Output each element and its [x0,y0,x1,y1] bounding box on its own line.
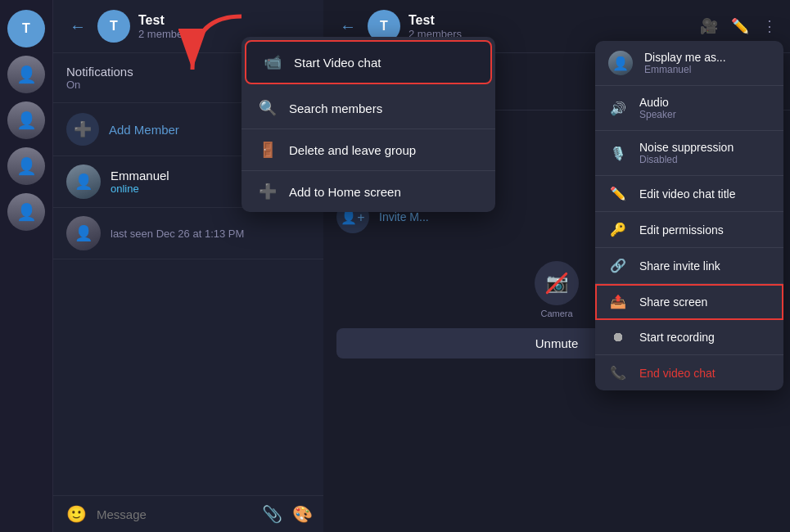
rdi-audio-sub: Speaker [639,109,770,120]
attach-icon[interactable]: 📎 [262,504,282,524]
rdi-edit-title-icon: ✏️ [608,186,628,201]
rdi-avatar: 👤 [608,51,633,75]
dropdown-start-video[interactable]: 📹 Start Video chat [245,40,492,84]
rdi-share-invite-label: Share invite link [639,259,770,273]
group-title: Test [138,13,310,28]
chat-avatar-1[interactable]: T [7,10,45,47]
chat-list-panel: T 👤 👤 👤 👤 [0,0,53,532]
rdi-share-screen-icon: 📤 [608,294,628,309]
right-header-icons: 🎥 ✏️ ⋮ [700,17,777,35]
header-info: Test 2 members [138,13,310,40]
rdi-edit-perms-label: Edit permissions [639,223,770,237]
emoji-icon[interactable]: 🙂 [66,504,87,524]
more-options-btn[interactable]: ⋮ [762,17,777,35]
search-members-icon: 🔍 [258,99,278,117]
sticker-icon[interactable]: 🎨 [292,504,313,524]
delete-leave-icon: 🚪 [258,141,278,159]
right-group-title: Test [409,13,546,28]
rdi-audio-title: Audio [639,96,770,109]
rdi-noise-info: Noise suppression Disabled [639,141,770,165]
rdi-share-screen[interactable]: 📤 Share screen [595,284,783,320]
search-members-label: Search members [289,101,382,115]
rdi-end-video-label: End video chat [639,367,770,380]
rdi-audio[interactable]: 🔊 Audio Speaker [595,86,783,131]
rdi-start-recording-icon: ⏺ [608,330,628,345]
group-avatar: T [97,10,130,43]
invite-text: Invite M... [379,210,429,223]
chat-avatar-5[interactable]: 👤 [7,193,45,231]
rdi-start-recording[interactable]: ⏺ Start recording [595,320,783,355]
right-dropdown-menu: 👤 Display me as... Emmanuel 🔊 Audio Spea… [595,41,783,390]
rdi-noise-sub: Disabled [639,154,770,165]
dropdown-menu: 📹 Start Video chat 🔍 Search members 🚪 De… [242,37,495,212]
rdi-noise-title: Noise suppression [639,141,770,154]
camera-label: Camera [540,309,572,318]
rdi-edit-title[interactable]: ✏️ Edit video chat title [595,176,783,212]
start-video-label: Start Video chat [294,56,381,70]
dropdown-search-members[interactable]: 🔍 Search members [242,88,495,129]
message-bar: 🙂 📎 🎨 [53,495,323,532]
camera-circle: 📷 [535,261,579,305]
dropdown-delete-leave[interactable]: 🚪 Delete and leave group [242,129,495,171]
add-home-label: Add to Home screen [289,185,401,199]
rdi-share-invite-info: Share invite link [639,259,770,273]
rdi-noise[interactable]: 🎙️ Noise suppression Disabled [595,131,783,176]
rdi-end-video[interactable]: 📞 End video chat [595,355,783,390]
rdi-display-info: Display me as... Emmanuel [644,51,770,75]
message-input[interactable] [97,507,252,521]
right-header-info: Test 2 members [409,13,546,40]
rdi-edit-perms[interactable]: 🔑 Edit permissions [595,212,783,248]
rdi-edit-title-info: Edit video chat title [639,187,770,201]
video-icon-btn[interactable]: 🎥 [700,17,718,35]
member-avatar-1: 👤 [66,165,101,199]
dropdown-add-home[interactable]: ➕ Add to Home screen [242,171,495,212]
rdi-share-invite-icon: 🔗 [608,258,628,273]
rdi-share-screen-info: Share screen [639,295,770,309]
rdi-end-video-info: End video chat [639,367,770,380]
chat-avatar-3[interactable]: 👤 [7,101,45,139]
chat-avatar-4[interactable]: 👤 [7,147,45,185]
rdi-audio-info: Audio Speaker [639,96,770,120]
rdi-display-sub: Emmanuel [644,64,770,75]
member-row-2[interactable]: 👤 last seen Dec 26 at 1:13 PM [53,208,323,259]
rdi-audio-icon: 🔊 [608,101,628,116]
add-member-icon: ➕ [66,113,99,146]
edit-icon-btn[interactable]: ✏️ [731,17,749,35]
rdi-share-invite[interactable]: 🔗 Share invite link [595,248,783,284]
camera-control[interactable]: 📷 Camera [535,261,579,318]
add-home-icon: ➕ [258,183,278,201]
rdi-end-video-icon: 📞 [608,365,628,381]
rdi-noise-icon: 🎙️ [608,146,628,161]
rdi-share-screen-label: Share screen [639,295,770,309]
rdi-edit-perms-info: Edit permissions [639,223,770,237]
delete-leave-label: Delete and leave group [289,143,416,157]
member-avatar-2: 👤 [66,216,101,250]
rdi-display-title: Display me as... [644,51,770,64]
chat-avatar-2[interactable]: 👤 [7,56,45,93]
rdi-start-recording-label: Start recording [639,331,770,344]
rdi-edit-perms-icon: 🔑 [608,222,628,237]
rdi-start-recording-info: Start recording [639,331,770,344]
rdi-edit-title-label: Edit video chat title [639,187,770,201]
start-video-icon: 📹 [263,53,282,71]
member-status-2: last seen Dec 26 at 1:13 PM [111,228,310,240]
back-button[interactable]: ← [66,14,89,39]
member-info-2: last seen Dec 26 at 1:13 PM [111,228,310,240]
rdi-display-me[interactable]: 👤 Display me as... Emmanuel [595,41,783,86]
right-back-button[interactable]: ← [336,14,359,39]
add-member-label: Add Member [109,123,179,137]
